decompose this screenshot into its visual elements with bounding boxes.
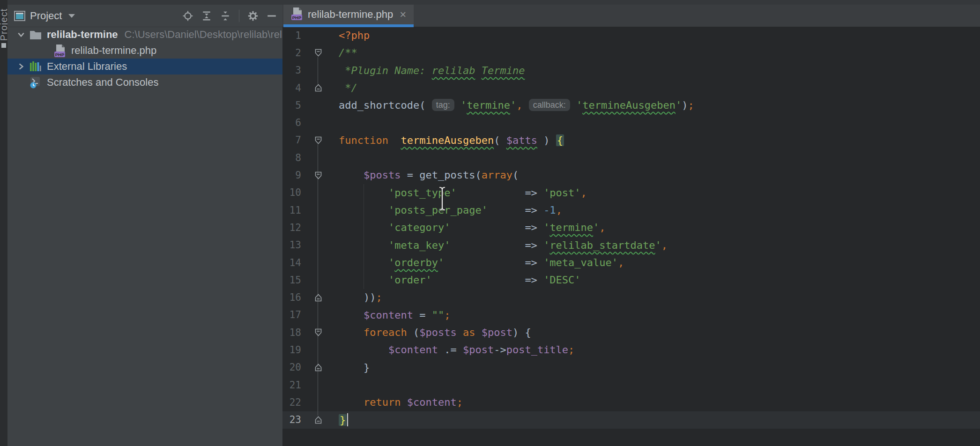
- code-token: [450, 222, 525, 233]
- code-line-15[interactable]: 15 'order' => 'DESC': [282, 271, 980, 289]
- code-token: ': [510, 99, 516, 111]
- code-token: ,: [661, 239, 668, 251]
- parameter-hint: tag:: [432, 99, 454, 111]
- code-line-2[interactable]: 2/**: [282, 44, 980, 61]
- gutter-spacer: [301, 219, 335, 236]
- fold-marker-close[interactable]: [301, 359, 335, 376]
- fold-marker-open[interactable]: [301, 44, 335, 61]
- code-line-1[interactable]: 1<?php: [282, 27, 980, 44]
- code-line-8[interactable]: 8: [282, 149, 980, 166]
- code-token: $content: [388, 344, 438, 356]
- code-token: $content: [364, 309, 413, 321]
- project-tree: relilab-termineC:\Users\Daniel\Desktop\r…: [7, 27, 282, 446]
- expand-all-icon[interactable]: [200, 10, 213, 22]
- code-token: (: [494, 134, 506, 146]
- code-line-7[interactable]: 7function termineAusgeben( $atts ) {: [282, 132, 980, 149]
- fold-marker-open[interactable]: [301, 132, 335, 149]
- code-token: [522, 99, 528, 111]
- code-line-3[interactable]: 3 *Plugin Name: relilab Termine: [282, 62, 980, 79]
- code-token: ,: [556, 204, 562, 216]
- code-line-16[interactable]: 16 ));: [282, 289, 980, 306]
- line-number: 21: [282, 379, 301, 391]
- tree-item-relilab-termine-php[interactable]: PHPrelilab-termine.php: [7, 43, 282, 59]
- code-token: =>: [525, 187, 543, 199]
- code-line-21[interactable]: 21: [282, 376, 980, 394]
- code-line-9[interactable]: 9 $posts = get_posts(array(: [282, 166, 980, 184]
- fold-marker-close[interactable]: [301, 289, 335, 306]
- code-line-14[interactable]: 14 'orderby' => 'meta_value',: [282, 254, 980, 271]
- close-icon[interactable]: ×: [400, 9, 406, 20]
- code-line-18[interactable]: 18 foreach ($posts as $post) {: [282, 324, 980, 341]
- code-line-5[interactable]: 5add_shortcode( tag: 'termine', callback…: [282, 97, 980, 114]
- tree-item-external-libraries[interactable]: External Libraries: [7, 59, 282, 74]
- code-text: 'post_type' => 'post',: [335, 184, 587, 201]
- tab-relilab-termine[interactable]: PHP relilab-termine.php ×: [283, 5, 414, 24]
- tree-item-relilab-termine[interactable]: relilab-termineC:\Users\Daniel\Desktop\r…: [7, 27, 282, 43]
- code-line-11[interactable]: 11 'posts_per_page' => -1,: [282, 201, 980, 219]
- code-text: return $content;: [335, 394, 463, 411]
- code-text: $content = "";: [335, 306, 450, 324]
- code-line-22[interactable]: 22 return $content;: [282, 394, 980, 411]
- project-panel-header: Project: [7, 5, 282, 27]
- gutter-spacer: [301, 62, 335, 79]
- code-token: *: [339, 65, 351, 76]
- code-line-13[interactable]: 13 'meta_key' => 'relilab_startdate',: [282, 237, 980, 254]
- line-number: 4: [282, 82, 301, 94]
- code-token: ;: [568, 344, 574, 356]
- code-token: ': [438, 257, 444, 268]
- code-line-6[interactable]: 6: [282, 114, 980, 131]
- line-number: 14: [282, 257, 301, 268]
- fold-marker-open[interactable]: [301, 166, 335, 184]
- settings-icon[interactable]: [247, 10, 259, 22]
- code-token: foreach: [364, 327, 407, 338]
- code-token: [339, 169, 364, 181]
- code-token: [339, 344, 388, 356]
- code-text: add_shortcode( tag: 'termine', callback:…: [335, 97, 694, 114]
- tree-item-scratches-and-consoles[interactable]: Scratches and Consoles: [7, 74, 282, 90]
- code-token: relilab: [432, 65, 475, 76]
- code-token: {: [525, 327, 531, 338]
- code-line-4[interactable]: 4 */: [282, 79, 980, 97]
- line-number: 13: [282, 239, 301, 251]
- code-line-12[interactable]: 12 'category' => 'termine',: [282, 219, 980, 236]
- locate-icon[interactable]: [182, 10, 194, 22]
- svg-text:PHP: PHP: [55, 52, 65, 57]
- ibeam-mouse-cursor: [438, 186, 446, 211]
- code-line-10[interactable]: 10 'post_type' => 'post',: [282, 184, 980, 201]
- project-panel-title[interactable]: Project: [30, 10, 62, 22]
- collapse-all-icon[interactable]: [219, 10, 231, 22]
- chevron-down-icon[interactable]: [68, 14, 75, 18]
- code-line-19[interactable]: 19 $content .= $post->post_title;: [282, 341, 980, 358]
- code-token: ': [655, 239, 661, 251]
- code-token: ': [543, 222, 549, 233]
- tab-title: relilab-termine.php: [308, 8, 393, 21]
- line-number: 18: [282, 327, 301, 338]
- code-token: ;: [444, 309, 450, 321]
- code-token: ': [676, 99, 682, 111]
- code-token: 'DESC': [543, 274, 580, 286]
- code-token: [475, 65, 481, 76]
- code-token: }: [339, 414, 347, 426]
- code-token: (: [475, 169, 481, 181]
- toolbar-separator: [239, 10, 239, 22]
- fold-marker-close[interactable]: [301, 79, 335, 97]
- chevron-right-icon[interactable]: [16, 61, 26, 72]
- code-line-23[interactable]: 23}: [282, 411, 980, 429]
- code-token: }: [364, 362, 370, 373]
- stripe-project-button[interactable]: Project: [0, 8, 7, 41]
- hide-icon[interactable]: [266, 10, 278, 22]
- chevron-spacer: [16, 77, 26, 88]
- code-line-20[interactable]: 20 }: [282, 359, 980, 376]
- fold-marker-open[interactable]: [301, 324, 335, 341]
- code-editor[interactable]: 1<?php2/**3 *Plugin Name: relilab Termin…: [282, 27, 980, 446]
- code-line-17[interactable]: 17 $content = "";: [282, 306, 980, 324]
- code-token: =>: [525, 257, 543, 268]
- fold-marker-close[interactable]: [301, 411, 335, 429]
- code-token: termine: [467, 99, 510, 111]
- code-token: (: [419, 99, 432, 111]
- chevron-down-icon[interactable]: [16, 30, 26, 40]
- code-token: [450, 239, 525, 251]
- line-number: 17: [282, 309, 301, 320]
- code-token: [457, 327, 463, 338]
- line-number: 16: [282, 292, 301, 303]
